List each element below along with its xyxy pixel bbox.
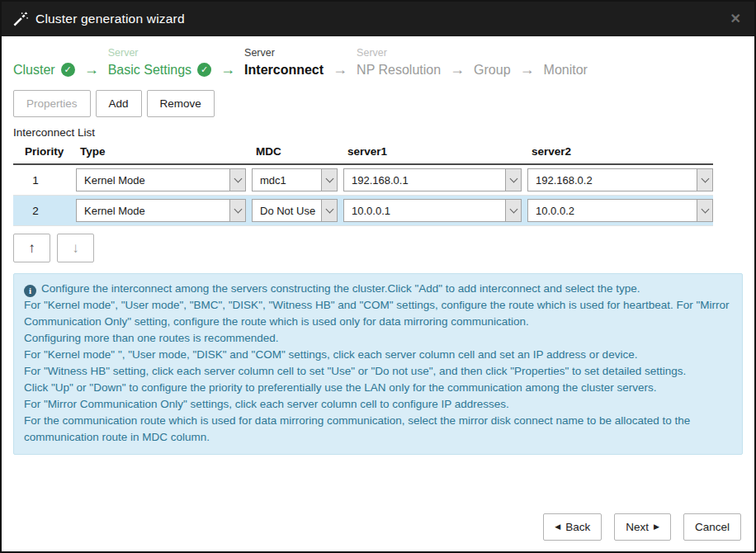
arrow-down-icon: ↓ (72, 240, 79, 257)
info-line: For "Kernel mode" ", "User mode, "DISK" … (24, 347, 732, 363)
server1-select[interactable]: 192.168.0.1 (343, 168, 522, 191)
table-row[interactable]: 1 Kernel Mode mdc1 192.168.0.1 (13, 165, 713, 196)
server1-select[interactable]: 10.0.0.1 (343, 199, 522, 222)
server2-select[interactable]: 192.168.0.2 (527, 168, 713, 191)
info-line: For the communication route which is use… (24, 413, 732, 446)
priority-cell: 1 (13, 174, 76, 187)
step-label: Cluster (13, 60, 55, 79)
interconnect-table: Priority Type MDC server1 server2 1 Kern… (13, 143, 713, 226)
mdc-select[interactable]: mdc1 (252, 168, 338, 191)
step-arrow-icon: → (450, 60, 465, 79)
cancel-button[interactable]: Cancel (683, 513, 741, 541)
column-header-mdc: MDC (252, 145, 343, 158)
check-circle-icon: ✓ (61, 63, 75, 77)
wizard-wand-icon (12, 12, 28, 27)
step-arrow-icon: → (84, 60, 99, 79)
info-line: Configuring more than one routes is reco… (24, 330, 732, 347)
properties-button[interactable]: Properties (13, 90, 91, 117)
step-monitor: Monitor (544, 45, 588, 79)
info-line: Click "Up" or "Down" to configure the pr… (24, 380, 732, 396)
step-label: Group (474, 60, 510, 79)
info-line: For "Kernel mode", "User mode", "BMC", "… (24, 297, 732, 330)
triangle-right-icon: ▶ (654, 523, 659, 531)
toolbar: Properties Add Remove (13, 90, 743, 117)
chevron-down-icon[interactable] (229, 169, 245, 191)
info-line: For "Mirror Communication Only" settings… (24, 396, 732, 413)
move-down-button[interactable]: ↓ (57, 234, 94, 262)
check-circle-icon: ✓ (197, 63, 211, 77)
type-select[interactable]: Kernel Mode (76, 168, 246, 191)
step-arrow-icon: → (520, 60, 535, 79)
step-arrow-icon: → (333, 60, 347, 79)
chevron-down-icon[interactable] (697, 169, 712, 191)
step-label: NP Resolution (357, 60, 441, 79)
chevron-down-icon[interactable] (505, 169, 521, 191)
info-icon: i (24, 285, 36, 297)
mdc-select[interactable]: Do Not Use (252, 199, 338, 222)
close-icon[interactable]: ✕ (730, 12, 741, 26)
column-header-server2: server2 (527, 145, 713, 158)
window-title: Cluster generation wizard (35, 12, 185, 26)
chevron-down-icon[interactable] (321, 169, 337, 191)
chevron-down-icon[interactable] (321, 200, 337, 221)
interconnect-list-title: Interconnect List (13, 126, 743, 139)
step-label: Interconnect (244, 60, 324, 79)
priority-move-controls: ↑ ↓ (13, 234, 743, 262)
back-button[interactable]: ◀ Back (543, 513, 602, 541)
step-basic-settings: Server Basic Settings ✓ (108, 45, 211, 79)
table-header: Priority Type MDC server1 server2 (13, 143, 713, 165)
help-info-box: iConfigure the interconnect among the se… (13, 273, 743, 455)
info-line: For "Witness HB" setting, click each ser… (24, 363, 732, 380)
footer-buttons: ◀ Back Next ▶ Cancel (543, 513, 741, 541)
type-select[interactable]: Kernel Mode (76, 199, 246, 222)
chevron-down-icon[interactable] (229, 200, 245, 221)
next-button[interactable]: Next ▶ (614, 513, 671, 541)
remove-button[interactable]: Remove (147, 90, 215, 117)
arrow-up-icon: ↑ (28, 240, 35, 257)
triangle-left-icon: ◀ (555, 523, 560, 531)
step-arrow-icon: → (220, 60, 235, 79)
chevron-down-icon[interactable] (697, 200, 712, 221)
cluster-generation-wizard-dialog: Cluster generation wizard ✕ Cluster ✓ → … (0, 0, 756, 553)
column-header-priority: Priority (13, 145, 76, 158)
wizard-steps: Cluster ✓ → Server Basic Settings ✓ → Se… (2, 36, 754, 79)
step-label: Basic Settings (108, 60, 191, 79)
step-group-label: Server (244, 45, 324, 60)
move-up-button[interactable]: ↑ (13, 234, 50, 262)
add-button[interactable]: Add (96, 90, 142, 117)
step-label: Monitor (544, 60, 588, 79)
step-group-label: Server (108, 45, 211, 60)
step-group-label: Server (357, 45, 441, 60)
chevron-down-icon[interactable] (505, 200, 521, 221)
table-row-selected[interactable]: 2 Kernel Mode Do Not Use 10.0.0.1 (13, 196, 713, 226)
server2-select[interactable]: 10.0.0.2 (527, 199, 713, 222)
step-group: Group (474, 45, 510, 79)
step-interconnect: Server Interconnect (244, 45, 324, 79)
column-header-server1: server1 (343, 145, 527, 158)
priority-cell: 2 (13, 205, 76, 217)
title-bar: Cluster generation wizard ✕ (2, 2, 754, 36)
info-line: iConfigure the interconnect among the se… (24, 281, 732, 297)
step-np-resolution: Server NP Resolution (357, 45, 441, 79)
step-cluster: Cluster ✓ (13, 45, 75, 79)
column-header-type: Type (76, 145, 252, 158)
